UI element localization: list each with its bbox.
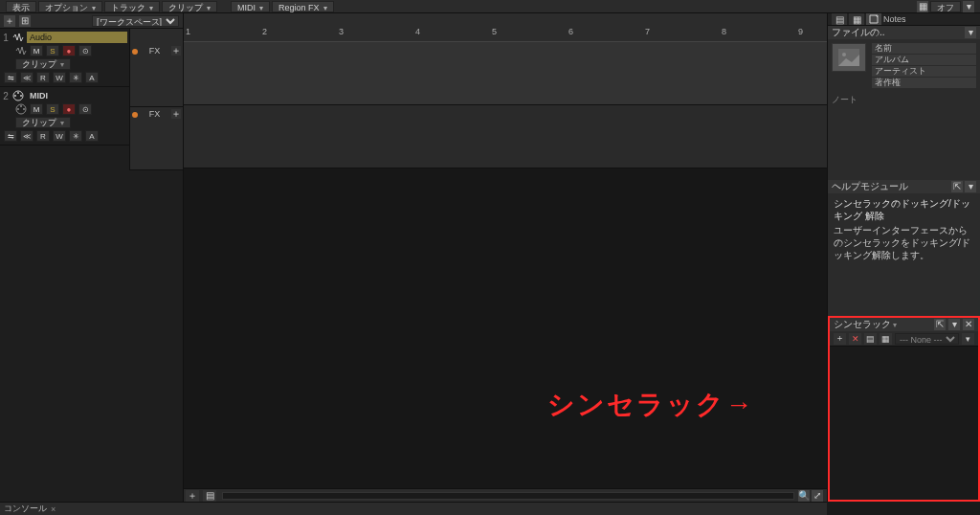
help-panel-title: ヘルプモジュール <box>832 180 908 193</box>
panel-menu-icon[interactable]: ▾ <box>948 319 960 330</box>
snap-off-label[interactable]: オフ <box>930 1 961 12</box>
fx-label: FX <box>149 46 161 56</box>
meta-copyright-field[interactable]: 著作権 <box>872 78 976 88</box>
media-tab[interactable]: ▦ <box>849 13 864 25</box>
add-bus-button[interactable]: ＋ <box>186 490 199 502</box>
undock-icon[interactable]: ⇱ <box>951 181 963 192</box>
automation-toggle[interactable]: ⇋ <box>4 72 17 83</box>
automation-toggle[interactable]: ⇋ <box>4 130 17 142</box>
svg-point-2 <box>17 92 19 94</box>
track-lane[interactable] <box>184 42 827 105</box>
ruler-tick: 9 <box>798 27 803 36</box>
meta-name-field[interactable]: 名前 <box>872 43 976 54</box>
track-row[interactable]: 1 Audio M S ● ⊙ クリップ ⇋ <box>0 29 129 87</box>
synth-rack-panel: シンセラック ⇱ ▾ ✕ ＋ ✕ ▤ ▦ --- None --- ▾ <box>828 316 980 502</box>
browser-tab[interactable]: ▤ <box>832 13 847 25</box>
add-fx-button[interactable]: ＋ <box>171 109 181 119</box>
regionfx-menu[interactable]: Region FX <box>272 1 334 12</box>
track-lane[interactable] <box>184 105 827 168</box>
notes-tab-label: Notes <box>883 14 906 24</box>
midi-menu[interactable]: MIDI <box>231 1 270 12</box>
midi-icon <box>12 90 24 101</box>
track-menu[interactable]: トラック <box>104 1 160 12</box>
clip-dropdown[interactable]: クリップ <box>15 117 71 128</box>
ruler-tick: 3 <box>339 27 344 36</box>
add-folder-button[interactable]: ⊞ <box>19 15 31 27</box>
svg-point-6 <box>20 105 22 107</box>
timeline-footer: ＋ ▤ 🔍 ⤢ <box>184 488 827 502</box>
take-lanes-toggle[interactable]: ≪ <box>20 130 33 142</box>
add-synth-button[interactable]: ＋ <box>834 333 846 345</box>
waveform-icon <box>12 32 24 43</box>
close-icon[interactable]: ✕ <box>963 319 974 330</box>
view-menu[interactable]: 表示 <box>6 1 36 12</box>
synth-layout-button[interactable]: ▦ <box>880 333 892 345</box>
write-button[interactable]: W <box>53 130 66 142</box>
meta-artist-field[interactable]: アーティスト <box>872 66 976 77</box>
console-tab[interactable]: コンソール <box>4 503 47 515</box>
fx-cell[interactable]: FX ＋ <box>130 107 183 170</box>
input-echo-button[interactable]: ⊙ <box>78 45 92 56</box>
record-arm-button[interactable]: ● <box>62 103 76 115</box>
solo-button[interactable]: S <box>46 103 59 115</box>
notes-tab[interactable] <box>866 13 881 25</box>
zoom-tool-icon[interactable]: ⤢ <box>812 490 823 502</box>
synth-dropdown-icon[interactable]: ▾ <box>962 333 974 345</box>
track-name-field[interactable]: Audio <box>27 32 127 43</box>
fx-active-icon <box>132 112 138 118</box>
fx-label: FX <box>149 109 161 119</box>
archive-button[interactable]: A <box>85 130 99 142</box>
mute-button[interactable]: M <box>30 103 43 115</box>
svg-point-3 <box>20 95 22 97</box>
options-menu[interactable]: オプション <box>38 1 102 12</box>
ruler-tick: 2 <box>262 27 267 36</box>
clip-dropdown[interactable]: クリップ <box>15 58 71 70</box>
freeze-button[interactable]: ✳ <box>69 130 82 142</box>
read-button[interactable]: R <box>36 130 50 142</box>
timeline[interactable]: 1 2 3 4 5 6 7 8 9 シンセラック→ ＋ ▤ 🔍 ⤢ <box>184 13 827 502</box>
synth-properties-button[interactable]: ▤ <box>864 333 877 345</box>
synth-preset-select[interactable]: --- None --- <box>895 333 959 345</box>
toolbar-overflow-icon[interactable]: ▾ <box>963 1 974 12</box>
freeze-button[interactable]: ✳ <box>69 72 82 83</box>
undock-icon[interactable]: ⇱ <box>934 319 946 330</box>
ruler-tick: 8 <box>722 27 726 36</box>
time-ruler[interactable]: 1 2 3 4 5 6 7 8 9 <box>184 13 827 42</box>
snap-icon[interactable]: ▦ <box>917 1 928 12</box>
ruler-tick: 5 <box>492 27 497 36</box>
panel-menu-icon[interactable]: ▾ <box>965 181 976 192</box>
fx-cell[interactable]: FX ＋ <box>130 44 183 107</box>
horizontal-scrollbar[interactable] <box>222 492 794 500</box>
input-echo-button[interactable]: ⊙ <box>78 103 92 115</box>
mute-button[interactable]: M <box>30 45 43 56</box>
add-track-button[interactable]: ＋ <box>4 15 15 27</box>
meta-album-field[interactable]: アルバム <box>872 55 976 65</box>
panel-menu-icon[interactable]: ▾ <box>965 27 976 38</box>
bus-expand-button[interactable]: ▤ <box>203 490 216 502</box>
clip-menu[interactable]: クリップ <box>162 1 217 12</box>
delete-synth-button[interactable]: ✕ <box>849 333 861 345</box>
read-button[interactable]: R <box>36 72 50 83</box>
archive-button[interactable]: A <box>85 72 99 83</box>
record-arm-button[interactable]: ● <box>62 45 76 56</box>
console-tab-bar: コンソール × <box>0 502 827 515</box>
add-fx-button[interactable]: ＋ <box>171 46 181 56</box>
track-row[interactable]: 2 MIDI M S ● ⊙ クリップ ⇋ <box>0 87 129 146</box>
notes-field[interactable]: ノート <box>828 92 980 180</box>
write-button[interactable]: W <box>53 72 66 83</box>
close-icon[interactable]: × <box>51 504 56 514</box>
help-panel-header: ヘルプモジュール ⇱ ▾ <box>828 180 980 193</box>
workspace-select[interactable]: [ワークスペース] <box>92 15 179 27</box>
fileinfo-panel: 名前 アルバム アーティスト 著作権 <box>828 39 980 92</box>
take-lanes-toggle[interactable]: ≪ <box>20 72 33 83</box>
track-name-field[interactable]: MIDI <box>27 90 127 101</box>
synth-rack-title[interactable]: シンセラック <box>834 318 897 331</box>
help-title: シンセラックのドッキング/ドッキング 解除 <box>834 197 974 222</box>
zoom-out-icon[interactable]: 🔍 <box>798 490 810 502</box>
arrangement-area[interactable]: シンセラック→ <box>184 42 827 488</box>
solo-button[interactable]: S <box>46 45 59 56</box>
ruler-tick: 7 <box>645 27 650 36</box>
ruler-tick: 4 <box>415 27 420 36</box>
artwork-thumbnail[interactable] <box>832 43 866 72</box>
synth-rack-body[interactable] <box>830 347 978 500</box>
